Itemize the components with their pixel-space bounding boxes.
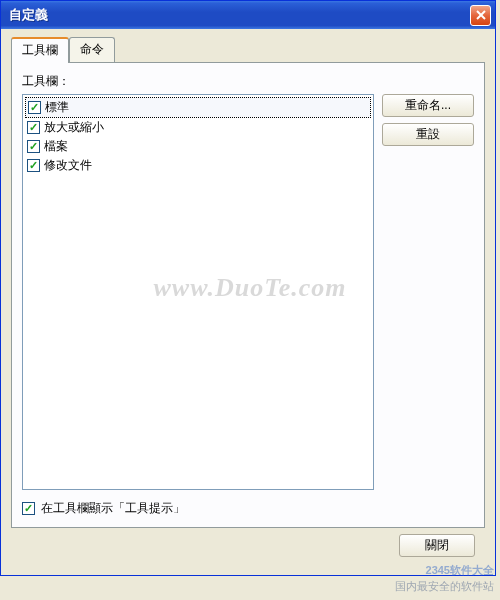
toolbar-list-label: 工具欄： bbox=[22, 73, 474, 90]
dialog-footer: 關閉 bbox=[11, 528, 485, 567]
list-item[interactable]: 標準 bbox=[25, 97, 371, 118]
badge-line2: 国内最安全的软件站 bbox=[395, 579, 494, 594]
main-row: 標準 放大或縮小 檔案 修改文件 重命 bbox=[22, 94, 474, 490]
list-item[interactable]: 放大或縮小 bbox=[25, 118, 371, 137]
checkbox-icon[interactable] bbox=[27, 140, 40, 153]
checkbox-icon[interactable] bbox=[27, 121, 40, 134]
tab-strip: 工具欄 命令 bbox=[11, 37, 485, 63]
reset-button[interactable]: 重設 bbox=[382, 123, 474, 146]
checkbox-icon[interactable] bbox=[28, 101, 41, 114]
tab-commands[interactable]: 命令 bbox=[69, 37, 115, 62]
window-title: 自定義 bbox=[9, 6, 470, 24]
show-tooltips-label: 在工具欄顯示「工具提示」 bbox=[41, 500, 185, 517]
tab-toolbar[interactable]: 工具欄 bbox=[11, 37, 69, 63]
list-item-label: 檔案 bbox=[44, 138, 68, 155]
titlebar: 自定義 bbox=[1, 1, 495, 29]
dialog-content: 工具欄 命令 工具欄： 標準 放大或縮小 bbox=[1, 29, 495, 575]
button-column: 重命名... 重設 bbox=[382, 94, 474, 490]
close-icon bbox=[476, 10, 486, 20]
toolbar-listbox[interactable]: 標準 放大或縮小 檔案 修改文件 bbox=[22, 94, 374, 490]
checkbox-icon[interactable] bbox=[22, 502, 35, 515]
list-item[interactable]: 修改文件 bbox=[25, 156, 371, 175]
customize-dialog: 自定義 工具欄 命令 工具欄： 標準 bbox=[0, 0, 496, 576]
tab-label: 工具欄 bbox=[22, 43, 58, 57]
window-close-button[interactable] bbox=[470, 5, 491, 26]
tab-panel-toolbar: 工具欄： 標準 放大或縮小 檔案 bbox=[11, 63, 485, 528]
list-item-label: 放大或縮小 bbox=[44, 119, 104, 136]
rename-button[interactable]: 重命名... bbox=[382, 94, 474, 117]
show-tooltips-row[interactable]: 在工具欄顯示「工具提示」 bbox=[22, 500, 474, 517]
list-item-label: 標準 bbox=[45, 99, 69, 116]
close-button[interactable]: 關閉 bbox=[399, 534, 475, 557]
list-item[interactable]: 檔案 bbox=[25, 137, 371, 156]
checkbox-icon[interactable] bbox=[27, 159, 40, 172]
list-item-label: 修改文件 bbox=[44, 157, 92, 174]
tab-label: 命令 bbox=[80, 42, 104, 56]
